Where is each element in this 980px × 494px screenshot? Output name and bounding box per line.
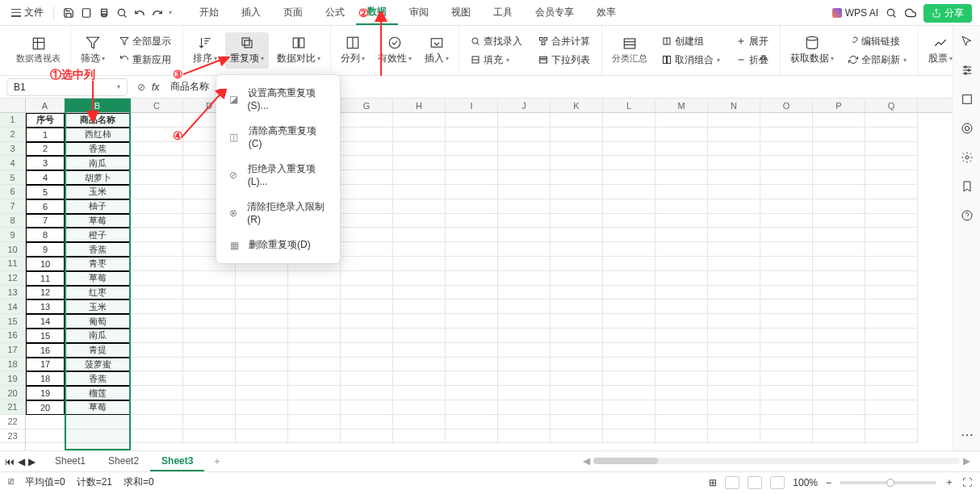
zoom-out-button[interactable]: − [826, 477, 831, 488]
cell-J11[interactable] [498, 257, 551, 271]
spreadsheet-grid[interactable]: 1234567891011121314151617181920212223 AB… [0, 98, 980, 450]
cell-E18[interactable] [236, 358, 288, 372]
cell-I6[interactable] [446, 185, 498, 199]
cell-K17[interactable] [551, 343, 603, 358]
cell-B22[interactable] [65, 415, 131, 429]
col-header-H[interactable]: H [393, 98, 446, 112]
cell-Q18[interactable] [865, 358, 918, 372]
cell-N1[interactable] [708, 113, 760, 128]
cell-A22[interactable] [26, 415, 65, 429]
properties-side-icon[interactable] [960, 92, 974, 107]
cell-H5[interactable] [393, 170, 446, 185]
cell-K4[interactable] [551, 156, 603, 170]
cell-B3[interactable]: 香蕉 [65, 142, 131, 157]
cell-G15[interactable] [341, 314, 393, 329]
ungroup-button[interactable]: 取消组合▾ [659, 52, 723, 69]
cell-B2[interactable]: 西红柿 [65, 128, 131, 142]
cell-H9[interactable] [393, 228, 446, 242]
cell-L21[interactable] [603, 400, 655, 415]
cell-O5[interactable] [760, 170, 813, 185]
cell-M16[interactable] [655, 329, 708, 343]
search-icon[interactable] [885, 6, 898, 19]
fullscreen-icon[interactable]: ⛶ [962, 477, 972, 488]
cell-M19[interactable] [655, 371, 708, 386]
cell-D20[interactable] [183, 386, 236, 400]
cell-A8[interactable]: 7 [26, 214, 65, 228]
cell-K22[interactable] [551, 415, 603, 429]
cell-L2[interactable] [603, 128, 655, 142]
cell-G14[interactable] [341, 299, 393, 314]
pivot-table-button[interactable]: 数据透视表 [11, 33, 65, 68]
cell-A20[interactable]: 19 [26, 386, 65, 400]
cell-J3[interactable] [498, 142, 551, 157]
fx-icon[interactable]: fx [152, 82, 159, 93]
row-header-2[interactable]: 2 [0, 128, 25, 142]
cell-O3[interactable] [760, 142, 813, 157]
cell-H20[interactable] [393, 386, 446, 400]
print-icon[interactable] [98, 6, 111, 19]
cell-C18[interactable] [131, 358, 183, 372]
cell-A5[interactable]: 4 [26, 170, 65, 185]
cell-L8[interactable] [603, 214, 655, 228]
cell-I5[interactable] [446, 170, 498, 185]
cell-N10[interactable] [708, 242, 760, 257]
cell-P16[interactable] [813, 329, 865, 343]
row-header-9[interactable]: 9 [0, 228, 25, 242]
cell-B4[interactable]: 南瓜 [65, 156, 131, 170]
cell-Q5[interactable] [865, 170, 918, 185]
cell-D19[interactable] [183, 371, 236, 386]
tab-开始[interactable]: 开始 [188, 1, 230, 24]
cell-E22[interactable] [236, 415, 288, 429]
cell-M13[interactable] [655, 286, 708, 300]
cell-Q6[interactable] [865, 185, 918, 199]
cell-F17[interactable] [288, 343, 341, 358]
cell-O16[interactable] [760, 329, 813, 343]
cell-P18[interactable] [813, 358, 865, 372]
wps-ai-button[interactable]: WPS AI [832, 7, 878, 19]
row-header-20[interactable]: 20 [0, 386, 25, 400]
cell-G7[interactable] [341, 199, 393, 214]
cell-K16[interactable] [551, 329, 603, 343]
sheet-tab-Sheet1[interactable]: Sheet1 [44, 452, 97, 471]
col-header-B[interactable]: B [65, 98, 131, 112]
cell-J16[interactable] [498, 329, 551, 343]
cell-Q22[interactable] [865, 415, 918, 429]
cell-L14[interactable] [603, 299, 655, 314]
cell-A15[interactable]: 14 [26, 314, 65, 329]
tab-会员专享[interactable]: 会员专享 [524, 1, 585, 24]
cell-D16[interactable] [183, 329, 236, 343]
cell-A10[interactable]: 9 [26, 242, 65, 257]
cell-G3[interactable] [341, 142, 393, 157]
page-view-button[interactable] [748, 476, 762, 489]
cell-J20[interactable] [498, 386, 551, 400]
cell-L19[interactable] [603, 371, 655, 386]
cell-A21[interactable]: 20 [26, 400, 65, 415]
cell-M17[interactable] [655, 343, 708, 358]
get-data-button[interactable]: 获取数据▾ [785, 32, 839, 69]
cell-H19[interactable] [393, 371, 446, 386]
cell-P20[interactable] [813, 386, 865, 400]
row-header-5[interactable]: 5 [0, 170, 25, 185]
cell-M1[interactable] [655, 113, 708, 128]
cell-H1[interactable] [393, 113, 446, 128]
cell-Q23[interactable] [865, 429, 918, 444]
cell-P22[interactable] [813, 415, 865, 429]
cell-C23[interactable] [131, 429, 183, 444]
cell-M12[interactable] [655, 271, 708, 286]
col-header-L[interactable]: L [603, 98, 655, 112]
cell-B9[interactable]: 橙子 [65, 228, 131, 242]
cell-Q10[interactable] [865, 242, 918, 257]
validation-button[interactable]: 有效性▾ [373, 32, 417, 69]
cell-C13[interactable] [131, 286, 183, 300]
group-button[interactable]: 创建组 [659, 33, 723, 50]
col-header-O[interactable]: O [760, 98, 813, 112]
cell-D15[interactable] [183, 314, 236, 329]
cell-N12[interactable] [708, 271, 760, 286]
cell-K2[interactable] [551, 128, 603, 142]
cell-Q20[interactable] [865, 386, 918, 400]
col-header-G[interactable]: G [341, 98, 393, 112]
cell-Q15[interactable] [865, 314, 918, 329]
cell-G17[interactable] [341, 343, 393, 358]
cell-E17[interactable] [236, 343, 288, 358]
cell-B11[interactable]: 青枣 [65, 257, 131, 271]
